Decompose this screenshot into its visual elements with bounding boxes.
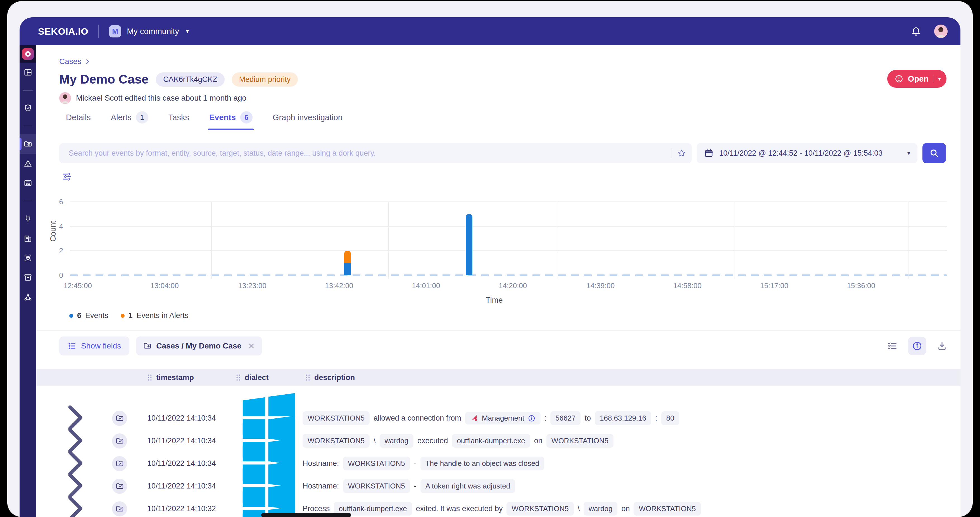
- select-columns-icon[interactable]: [887, 341, 897, 351]
- horizontal-scrollbar-thumb[interactable]: [261, 513, 351, 517]
- column-header-dialect[interactable]: dialect: [232, 373, 300, 382]
- download-icon[interactable]: [937, 341, 947, 351]
- legend-item[interactable]: 6Events: [69, 311, 108, 320]
- tab-label: Details: [66, 113, 91, 122]
- entity-chip[interactable]: Management: [465, 412, 541, 424]
- drag-handle-icon[interactable]: [236, 374, 241, 381]
- description-chip[interactable]: WORKSTATION5: [506, 502, 574, 515]
- info-icon[interactable]: [528, 415, 536, 422]
- tab-graph-investigation[interactable]: Graph investigation: [273, 109, 342, 130]
- description-chip[interactable]: WORKSTATION5: [343, 456, 410, 470]
- description-chip[interactable]: wardog: [584, 502, 617, 515]
- description-chip[interactable]: A token right was adjusted: [420, 479, 515, 493]
- sidebar-item-shield-check[interactable]: [19, 98, 36, 118]
- description-cell: WORKSTATION5\wardogexecutedoutflank-dump…: [300, 434, 961, 448]
- table-row[interactable]: 10/11/2022 14:10:34WORKSTATION5allowed a…: [36, 386, 961, 409]
- description-chip[interactable]: 80: [661, 412, 679, 425]
- description-chip[interactable]: WORKSTATION5: [302, 412, 370, 425]
- case-status-button[interactable]: Open ▾: [887, 70, 947, 88]
- description-chip[interactable]: outflank-dumpert.exe: [452, 434, 530, 448]
- sidebar-item-archive-box[interactable]: [19, 268, 36, 287]
- sidebar-item-alert-triangle[interactable]: [19, 154, 36, 173]
- description-chip[interactable]: 168.63.129.16: [595, 412, 651, 425]
- chart-bar[interactable]: [466, 214, 473, 275]
- folder-check-icon: [115, 459, 124, 468]
- chart-filters-icon[interactable]: [62, 172, 72, 182]
- navbar-divider: [98, 25, 99, 38]
- show-fields-button[interactable]: Show fields: [59, 337, 129, 356]
- community-switcher[interactable]: M My community ▾: [109, 25, 189, 37]
- sidebar-item-document-lines[interactable]: [19, 173, 36, 193]
- shield-check-icon: [24, 104, 32, 113]
- entity-logo-icon: [470, 414, 479, 423]
- tab-details[interactable]: Details: [66, 109, 91, 130]
- community-name: My community: [127, 27, 179, 36]
- sidebar-divider: [19, 82, 36, 98]
- case-byline: Mickael Scott edited this case about 1 m…: [59, 92, 247, 104]
- x-gridline: [908, 202, 909, 279]
- notifications-bell-icon[interactable]: [911, 26, 921, 37]
- page-title: My Demo Case: [59, 72, 149, 87]
- description-chip[interactable]: 56627: [550, 412, 581, 425]
- legend-item[interactable]: 1Events in Alerts: [121, 311, 189, 320]
- tab-label: Tasks: [169, 113, 189, 122]
- description-chip[interactable]: wardog: [380, 434, 414, 448]
- in-case-button[interactable]: [112, 411, 127, 426]
- y-tick-label: 0: [38, 271, 63, 280]
- in-case-button[interactable]: [112, 479, 127, 494]
- breadcrumb[interactable]: Cases: [59, 57, 91, 66]
- sidebar-item-plug[interactable]: [19, 209, 36, 228]
- description-chip[interactable]: The handle to an object was closed: [420, 456, 544, 470]
- in-case-button[interactable]: [112, 501, 127, 517]
- sidebar-item-building[interactable]: [19, 228, 36, 248]
- description-chip[interactable]: WORKSTATION5: [633, 502, 701, 515]
- search-button[interactable]: [923, 143, 946, 163]
- chart-bar[interactable]: [344, 251, 351, 275]
- description-text: allowed a connection from: [374, 414, 461, 423]
- description-text: exited. It was executed by: [416, 504, 503, 513]
- chevron-down-icon: ▾: [907, 150, 910, 156]
- events-histogram: Count 642012:45:0013:04:0013:23:0013:42:…: [36, 185, 952, 343]
- x-tick-label: 13:42:00: [325, 281, 353, 290]
- chevron-down-icon[interactable]: ▾: [934, 75, 941, 82]
- column-header-timestamp[interactable]: timestamp: [135, 373, 232, 382]
- breadcrumb-cases[interactable]: Cases: [59, 57, 81, 66]
- in-case-button[interactable]: [112, 434, 127, 448]
- active-filter-chip[interactable]: Cases / My Demo Case: [136, 337, 262, 356]
- drag-handle-icon[interactable]: [305, 374, 310, 381]
- description-chip[interactable]: WORKSTATION5: [546, 434, 614, 448]
- favorite-star-icon[interactable]: [677, 149, 686, 158]
- plot-area: 642012:45:0013:04:0013:23:0013:42:0014:0…: [70, 202, 947, 275]
- description-chip[interactable]: WORKSTATION5: [302, 434, 370, 448]
- product-logo[interactable]: [19, 45, 36, 62]
- sidebar-item-network-nodes[interactable]: [19, 287, 36, 307]
- section-divider: [36, 330, 961, 331]
- in-case-button[interactable]: [112, 456, 127, 471]
- case-cell: [103, 411, 135, 426]
- column-label: timestamp: [156, 373, 194, 382]
- user-avatar[interactable]: [934, 25, 948, 38]
- sidebar-item-cube-scan[interactable]: [19, 248, 36, 268]
- info-panel-button[interactable]: [908, 337, 926, 355]
- remove-filter-icon[interactable]: [248, 342, 255, 350]
- table-header: timestampdialectdescription: [36, 369, 961, 386]
- tab-count-badge: 1: [136, 111, 148, 123]
- archive-box-icon: [24, 273, 32, 282]
- sidebar-item-folder-eye[interactable]: [19, 134, 36, 154]
- tab-alerts[interactable]: Alerts1: [111, 109, 148, 130]
- description-chip[interactable]: WORKSTATION5: [343, 479, 410, 493]
- description-text: -: [414, 482, 417, 490]
- legend-count: 1: [129, 311, 133, 320]
- tab-tasks[interactable]: Tasks: [169, 109, 189, 130]
- main-content: Cases My Demo Case CAK6rTk4gCKZ Medium p…: [36, 45, 961, 517]
- tab-events[interactable]: Events6: [209, 109, 253, 130]
- chevron-right-icon: [84, 58, 91, 65]
- x-gridline: [558, 202, 558, 279]
- search-input[interactable]: [69, 149, 671, 158]
- sidebar-item-layout-grid[interactable]: [19, 62, 36, 82]
- column-header-description[interactable]: description: [300, 373, 961, 382]
- drag-handle-icon[interactable]: [147, 374, 152, 381]
- description-text: to: [584, 414, 591, 423]
- brand-logo[interactable]: SEKOIA.IO: [38, 26, 88, 37]
- date-range-picker[interactable]: 10/11/2022 @ 12:44:52 - 10/11/2022 @ 15:…: [697, 143, 918, 163]
